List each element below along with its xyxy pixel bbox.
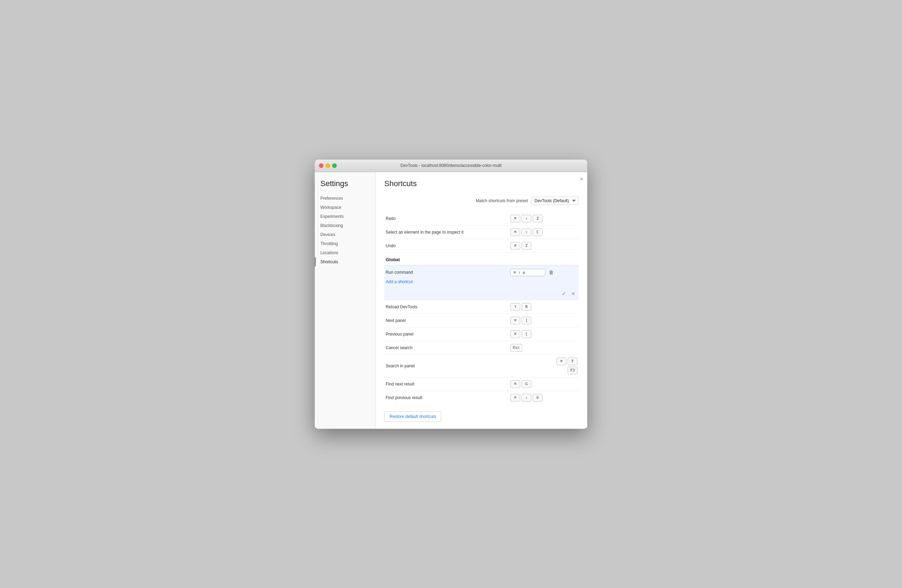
key-badge: R <box>521 303 531 311</box>
sidebar-item-devices[interactable]: Devices <box>315 230 376 239</box>
shortcut-keys: ⌘ [ <box>509 327 579 341</box>
shortcut-name: Run command <box>384 265 509 276</box>
preset-select[interactable]: DevTools (Default) Visual Studio Code <box>531 197 579 205</box>
shortcut-name: Find previous result <box>384 391 509 404</box>
shortcut-name: Find next result <box>384 377 509 391</box>
devtools-window: DevTools - localhost:8080/demo/accessibl… <box>315 160 587 429</box>
close-button[interactable] <box>319 163 324 168</box>
shortcut-keys: ⌘ ⇧ G <box>509 391 579 404</box>
key-badge: F <box>568 358 578 365</box>
sidebar-item-shortcuts[interactable]: Shortcuts <box>315 257 376 266</box>
table-row-confirm-cancel: ✓ ✕ <box>384 287 579 300</box>
key-badge: Z <box>533 215 543 222</box>
shortcut-name: Reload DevTools <box>384 300 509 314</box>
sidebar: Settings Preferences Workspace Experimen… <box>315 172 376 429</box>
table-row-run-command: Run command 🗑 <box>384 265 579 276</box>
key-badge: ⌘ <box>511 215 520 222</box>
sidebar-heading: Settings <box>315 179 376 194</box>
key-badge: F3 <box>568 367 578 374</box>
key-badge: ⌘ <box>511 330 520 338</box>
main-panel: × Shortcuts Match shortcuts from preset … <box>376 172 587 429</box>
key-badge: ⌘ <box>556 358 566 365</box>
table-row: Reload DevTools ⌥ R <box>384 300 579 314</box>
content-area: Settings Preferences Workspace Experimen… <box>315 172 587 429</box>
main-header: Shortcuts <box>384 179 579 188</box>
sidebar-item-locations[interactable]: Locations <box>315 248 376 257</box>
sidebar-item-throttling[interactable]: Throttling <box>315 239 376 248</box>
key-badge: ⌘ <box>511 317 520 324</box>
key-badge: Esc <box>511 344 522 352</box>
shortcut-keys: ⌥ R <box>509 300 579 314</box>
window-title: DevTools - localhost:8080/demo/accessibl… <box>400 163 501 168</box>
minimize-button[interactable] <box>326 163 330 168</box>
section-title: Global <box>384 252 579 265</box>
table-row: Search in panel ⌘ F F3 <box>384 354 579 377</box>
shortcut-keys: ⌘ Z <box>509 239 579 252</box>
key-badge: ⇧ <box>521 394 531 402</box>
shortcut-name: Search in panel <box>384 354 509 377</box>
shortcut-name: Next panel <box>384 314 509 327</box>
add-shortcut-cell: Add a shortcut <box>384 276 579 287</box>
delete-shortcut-button[interactable]: 🗑 <box>547 269 555 276</box>
key-badge: G <box>521 380 531 388</box>
table-row: Select an element in the page to inspect… <box>384 225 579 239</box>
sidebar-item-preferences[interactable]: Preferences <box>315 194 376 203</box>
sidebar-item-workspace[interactable]: Workspace <box>315 203 376 212</box>
maximize-button[interactable] <box>332 163 337 168</box>
table-row: Redo ⌘ ⇧ Z <box>384 212 579 225</box>
shortcut-name: Undo <box>384 239 509 252</box>
key-badge: Z <box>521 242 531 250</box>
confirm-edit-button[interactable]: ✓ <box>560 290 568 297</box>
section-header-global: Global <box>384 252 579 265</box>
confirm-cancel-cell: ✓ ✕ <box>509 287 579 300</box>
traffic-lights <box>319 163 337 168</box>
key-badge: C <box>533 228 543 236</box>
sidebar-item-blackboxing[interactable]: Blackboxing <box>315 221 376 230</box>
shortcut-keys: ⌘ ⇧ C <box>509 225 579 239</box>
shortcut-keys: ⌘ G <box>509 377 579 391</box>
table-row: Undo ⌘ Z <box>384 239 579 252</box>
shortcut-keys-editing: 🗑 <box>509 265 579 276</box>
shortcuts-table: Redo ⌘ ⇧ Z Select an element in the page… <box>384 212 579 404</box>
titlebar: DevTools - localhost:8080/demo/accessibl… <box>315 160 587 172</box>
shortcut-name: Select an element in the page to inspect… <box>384 225 509 239</box>
table-row: Previous panel ⌘ [ <box>384 327 579 341</box>
key-badge: ] <box>521 317 531 324</box>
key-badge: ⌘ <box>511 394 520 402</box>
key-badge: ⌘ <box>511 228 520 236</box>
key-input[interactable] <box>511 269 545 276</box>
shortcut-keys: ⌘ ] <box>509 314 579 327</box>
preset-label: Match shortcuts from preset <box>476 198 528 203</box>
table-row-add-shortcut: Add a shortcut <box>384 276 579 287</box>
table-row: Next panel ⌘ ] <box>384 314 579 327</box>
key-badge: [ <box>521 330 531 338</box>
close-panel-button[interactable]: × <box>580 176 583 182</box>
key-badge: ⇧ <box>521 228 531 236</box>
key-badge: ⌥ <box>511 303 520 311</box>
shortcut-name: Previous panel <box>384 327 509 341</box>
key-badge: ⌘ <box>511 242 520 250</box>
shortcut-keys: Esc <box>509 341 579 354</box>
shortcut-name: Redo <box>384 212 509 225</box>
add-shortcut-link[interactable]: Add a shortcut <box>386 279 413 284</box>
key-badge: ⌘ <box>511 380 520 388</box>
shortcut-name: Cancel search <box>384 341 509 354</box>
table-row: Find next result ⌘ G <box>384 377 579 391</box>
key-badge: ⇧ <box>521 215 531 222</box>
preset-row: Match shortcuts from preset DevTools (De… <box>384 197 579 205</box>
shortcut-keys: ⌘ ⇧ Z <box>509 212 579 225</box>
restore-defaults-button[interactable]: Restore default shortcuts <box>384 411 441 422</box>
key-badge: G <box>533 394 543 402</box>
table-row: Cancel search Esc <box>384 341 579 354</box>
page-title: Shortcuts <box>384 179 417 188</box>
table-row: Find previous result ⌘ ⇧ G <box>384 391 579 404</box>
shortcut-keys: ⌘ F F3 <box>509 354 579 377</box>
sidebar-item-experiments[interactable]: Experiments <box>315 212 376 221</box>
cancel-edit-button[interactable]: ✕ <box>569 290 578 297</box>
